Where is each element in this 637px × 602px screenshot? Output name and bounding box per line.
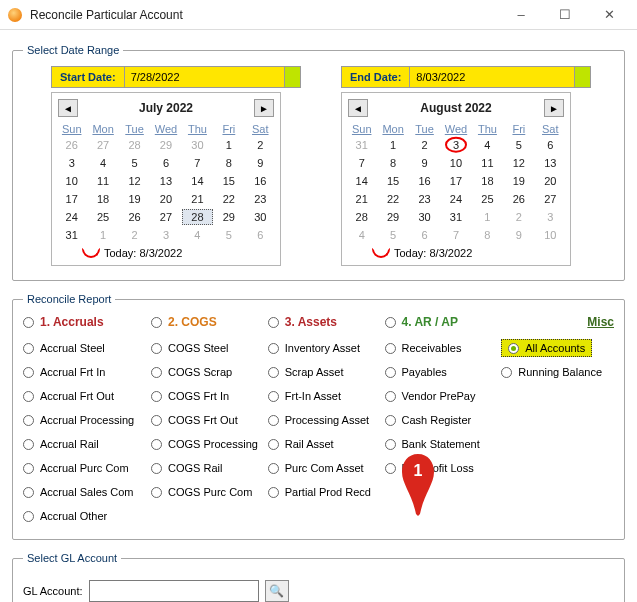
radio-button[interactable] <box>23 487 34 498</box>
radio-button[interactable] <box>268 439 279 450</box>
start-calendar-day[interactable]: 20 <box>150 191 181 207</box>
radio-button[interactable] <box>268 463 279 474</box>
start-calendar-day[interactable]: 15 <box>213 173 244 189</box>
misc-link[interactable]: Misc <box>587 315 614 329</box>
radio-button[interactable] <box>508 343 519 354</box>
end-calendar-day[interactable]: 14 <box>346 173 377 189</box>
radio-button[interactable] <box>151 317 162 328</box>
end-calendar-day[interactable]: 4 <box>346 227 377 243</box>
report-option-selected[interactable]: All Accounts <box>501 339 592 357</box>
start-calendar-day[interactable]: 28 <box>182 209 213 225</box>
radio-button[interactable] <box>268 343 279 354</box>
close-button[interactable]: ✕ <box>587 1 631 29</box>
end-calendar-day[interactable]: 16 <box>409 173 440 189</box>
radio-button[interactable] <box>23 463 34 474</box>
start-calendar-day[interactable]: 9 <box>245 155 276 171</box>
start-calendar-day[interactable]: 3 <box>56 155 87 171</box>
end-calendar-day[interactable]: 1 <box>377 137 408 153</box>
radio-button[interactable] <box>268 415 279 426</box>
end-calendar-day[interactable]: 28 <box>346 209 377 225</box>
start-calendar-day[interactable]: 26 <box>119 209 150 225</box>
report-option[interactable]: Accrual Other <box>23 507 147 525</box>
start-calendar-day[interactable]: 6 <box>245 227 276 243</box>
start-calendar-day[interactable]: 10 <box>56 173 87 189</box>
report-option[interactable]: Payables <box>385 363 498 381</box>
report-option[interactable]: Accrual Processing <box>23 411 147 429</box>
radio-button[interactable] <box>268 391 279 402</box>
end-calendar-day[interactable]: 15 <box>377 173 408 189</box>
end-calendar-day[interactable]: 13 <box>535 155 566 171</box>
start-calendar-day[interactable]: 8 <box>213 155 244 171</box>
report-option[interactable]: COGS Processing <box>151 435 264 453</box>
start-calendar-day[interactable]: 23 <box>245 191 276 207</box>
start-calendar-day[interactable]: 11 <box>87 173 118 189</box>
report-option[interactable]: Scrap Asset <box>268 363 381 381</box>
start-calendar-day[interactable]: 2 <box>245 137 276 153</box>
start-calendar-day[interactable]: 18 <box>87 191 118 207</box>
start-calendar-day[interactable]: 12 <box>119 173 150 189</box>
end-calendar-day[interactable]: 9 <box>409 155 440 171</box>
report-option[interactable]: Frt-In Asset <box>268 387 381 405</box>
report-option[interactable]: Purc Com Asset <box>268 459 381 477</box>
end-cal-next-button[interactable]: ► <box>544 99 564 117</box>
start-calendar-day[interactable]: 1 <box>87 227 118 243</box>
end-calendar-day[interactable]: 31 <box>440 209 471 225</box>
radio-button[interactable] <box>385 317 396 328</box>
radio-button[interactable] <box>268 487 279 498</box>
end-calendar-day[interactable]: 6 <box>535 137 566 153</box>
radio-button[interactable] <box>385 463 396 474</box>
start-calendar-day[interactable]: 29 <box>213 209 244 225</box>
start-cal-today-text[interactable]: Today: 8/3/2022 <box>104 247 182 259</box>
start-calendar-day[interactable]: 5 <box>119 155 150 171</box>
maximize-button[interactable]: ☐ <box>543 1 587 29</box>
report-option[interactable]: Receivables <box>385 339 498 357</box>
report-option[interactable]: Accrual Steel <box>23 339 147 357</box>
end-calendar-day[interactable]: 9 <box>503 227 534 243</box>
end-calendar-day[interactable]: 10 <box>535 227 566 243</box>
report-option[interactable]: Running Balance <box>501 363 614 381</box>
report-option[interactable]: Accrual Frt Out <box>23 387 147 405</box>
start-calendar-day[interactable]: 29 <box>150 137 181 153</box>
radio-button[interactable] <box>385 391 396 402</box>
report-option[interactable]: Accrual Rail <box>23 435 147 453</box>
start-calendar-day[interactable]: 25 <box>87 209 118 225</box>
report-option[interactable]: Bank Statement <box>385 435 498 453</box>
radio-button[interactable] <box>23 343 34 354</box>
report-option[interactable]: Accrual Frt In <box>23 363 147 381</box>
start-calendar-day[interactable]: 4 <box>87 155 118 171</box>
start-calendar-day[interactable]: 22 <box>213 191 244 207</box>
start-cal-prev-button[interactable]: ◄ <box>58 99 78 117</box>
end-calendar-day[interactable]: 8 <box>377 155 408 171</box>
radio-button[interactable] <box>151 463 162 474</box>
report-option[interactable]: COGS Steel <box>151 339 264 357</box>
end-calendar-day[interactable]: 23 <box>409 191 440 207</box>
radio-button[interactable] <box>151 415 162 426</box>
radio-button[interactable] <box>385 367 396 378</box>
end-calendar-day[interactable]: 21 <box>346 191 377 207</box>
end-calendar-day[interactable]: 27 <box>535 191 566 207</box>
end-calendar-day[interactable]: 11 <box>472 155 503 171</box>
end-calendar-day[interactable]: 22 <box>377 191 408 207</box>
start-calendar-day[interactable]: 13 <box>150 173 181 189</box>
end-calendar-day[interactable]: 20 <box>535 173 566 189</box>
radio-button[interactable] <box>385 343 396 354</box>
report-option[interactable]: Cash Register <box>385 411 498 429</box>
report-option[interactable]: COGS Purc Com <box>151 483 264 501</box>
radio-button[interactable] <box>23 415 34 426</box>
start-calendar-day[interactable]: 14 <box>182 173 213 189</box>
start-date-value[interactable]: 7/28/2022 <box>125 66 285 88</box>
end-calendar-day[interactable]: 3 <box>440 137 471 153</box>
end-calendar-day[interactable]: 24 <box>440 191 471 207</box>
end-calendar-day[interactable]: 26 <box>503 191 534 207</box>
end-calendar-day[interactable]: 10 <box>440 155 471 171</box>
radio-button[interactable] <box>501 367 512 378</box>
end-calendar-day[interactable]: 12 <box>503 155 534 171</box>
start-calendar-day[interactable]: 30 <box>245 209 276 225</box>
end-calendar-day[interactable]: 29 <box>377 209 408 225</box>
end-calendar-day[interactable]: 1 <box>472 209 503 225</box>
start-calendar-day[interactable]: 21 <box>182 191 213 207</box>
start-calendar-day[interactable]: 17 <box>56 191 87 207</box>
end-calendar-day[interactable]: 3 <box>535 209 566 225</box>
start-calendar-day[interactable]: 3 <box>150 227 181 243</box>
start-calendar-day[interactable]: 19 <box>119 191 150 207</box>
